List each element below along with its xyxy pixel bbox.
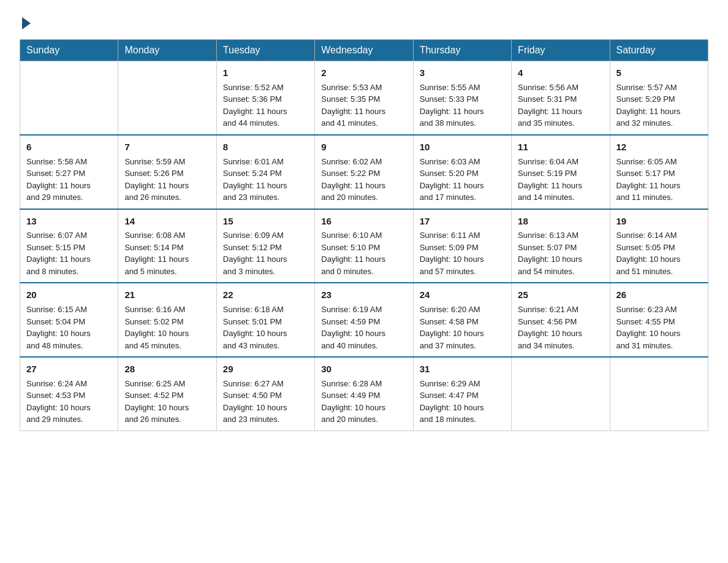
calendar-cell: 8Sunrise: 6:01 AM Sunset: 5:24 PM Daylig… xyxy=(216,135,314,209)
day-number: 3 xyxy=(420,66,505,80)
calendar-cell: 20Sunrise: 6:15 AM Sunset: 5:04 PM Dayli… xyxy=(20,283,118,357)
logo-triangle-icon xyxy=(22,17,31,29)
day-number: 14 xyxy=(124,215,210,228)
calendar-cell: 28Sunrise: 6:25 AM Sunset: 4:52 PM Dayli… xyxy=(118,357,216,431)
calendar-cell: 22Sunrise: 6:18 AM Sunset: 5:01 PM Dayli… xyxy=(216,283,314,357)
calendar-cell: 13Sunrise: 6:07 AM Sunset: 5:15 PM Dayli… xyxy=(20,209,118,283)
calendar-cell: 25Sunrise: 6:21 AM Sunset: 4:56 PM Dayli… xyxy=(512,283,610,357)
day-number: 23 xyxy=(321,288,406,302)
day-info: Sunrise: 6:16 AM Sunset: 5:02 PM Dayligh… xyxy=(124,304,210,351)
day-number: 13 xyxy=(26,215,112,228)
day-number: 11 xyxy=(518,140,603,154)
day-number: 1 xyxy=(223,66,308,80)
day-number: 8 xyxy=(223,140,308,154)
day-info: Sunrise: 5:55 AM Sunset: 5:33 PM Dayligh… xyxy=(420,82,505,129)
day-number: 31 xyxy=(420,362,505,376)
day-info: Sunrise: 6:04 AM Sunset: 5:19 PM Dayligh… xyxy=(518,156,603,204)
day-info: Sunrise: 6:28 AM Sunset: 4:49 PM Dayligh… xyxy=(321,378,406,426)
day-info: Sunrise: 6:02 AM Sunset: 5:22 PM Dayligh… xyxy=(321,156,406,204)
calendar-week-row: 6Sunrise: 5:58 AM Sunset: 5:27 PM Daylig… xyxy=(20,135,708,209)
day-number: 7 xyxy=(124,140,210,154)
calendar-cell: 19Sunrise: 6:14 AM Sunset: 5:05 PM Dayli… xyxy=(610,209,708,283)
calendar-cell: 3Sunrise: 5:55 AM Sunset: 5:33 PM Daylig… xyxy=(413,61,511,135)
calendar-cell: 17Sunrise: 6:11 AM Sunset: 5:09 PM Dayli… xyxy=(413,209,511,283)
calendar-cell: 18Sunrise: 6:13 AM Sunset: 5:07 PM Dayli… xyxy=(512,209,610,283)
calendar-cell: 31Sunrise: 6:29 AM Sunset: 4:47 PM Dayli… xyxy=(413,357,511,431)
day-number: 29 xyxy=(223,362,308,376)
day-of-week-header: Wednesday xyxy=(315,40,413,61)
day-info: Sunrise: 6:19 AM Sunset: 4:59 PM Dayligh… xyxy=(321,304,406,351)
calendar-cell: 21Sunrise: 6:16 AM Sunset: 5:02 PM Dayli… xyxy=(118,283,216,357)
day-info: Sunrise: 5:57 AM Sunset: 5:29 PM Dayligh… xyxy=(616,82,702,129)
day-number: 2 xyxy=(321,66,406,80)
day-info: Sunrise: 6:13 AM Sunset: 5:07 PM Dayligh… xyxy=(518,229,603,277)
day-number: 18 xyxy=(518,215,603,228)
calendar-table: SundayMondayTuesdayWednesdayThursdayFrid… xyxy=(20,39,708,431)
day-info: Sunrise: 6:09 AM Sunset: 5:12 PM Dayligh… xyxy=(223,229,308,277)
calendar-cell: 9Sunrise: 6:02 AM Sunset: 5:22 PM Daylig… xyxy=(315,135,413,209)
header-row: SundayMondayTuesdayWednesdayThursdayFrid… xyxy=(20,40,708,61)
day-number: 20 xyxy=(26,288,112,302)
day-info: Sunrise: 6:23 AM Sunset: 4:55 PM Dayligh… xyxy=(616,304,702,351)
calendar-cell: 4Sunrise: 5:56 AM Sunset: 5:31 PM Daylig… xyxy=(512,61,610,135)
day-number: 16 xyxy=(321,215,406,228)
day-number: 24 xyxy=(420,288,505,302)
day-info: Sunrise: 6:25 AM Sunset: 4:52 PM Dayligh… xyxy=(124,378,210,426)
calendar-week-row: 13Sunrise: 6:07 AM Sunset: 5:15 PM Dayli… xyxy=(20,209,708,283)
day-of-week-header: Sunday xyxy=(20,40,118,61)
day-of-week-header: Tuesday xyxy=(216,40,314,61)
day-number: 19 xyxy=(616,215,702,228)
calendar-week-row: 1Sunrise: 5:52 AM Sunset: 5:36 PM Daylig… xyxy=(20,61,708,135)
day-info: Sunrise: 6:08 AM Sunset: 5:14 PM Dayligh… xyxy=(124,229,210,277)
calendar-cell xyxy=(118,61,216,135)
page-header xyxy=(20,15,708,29)
day-number: 5 xyxy=(616,66,702,80)
day-info: Sunrise: 5:53 AM Sunset: 5:35 PM Dayligh… xyxy=(321,82,406,129)
calendar-cell: 7Sunrise: 5:59 AM Sunset: 5:26 PM Daylig… xyxy=(118,135,216,209)
calendar-cell: 15Sunrise: 6:09 AM Sunset: 5:12 PM Dayli… xyxy=(216,209,314,283)
day-info: Sunrise: 6:05 AM Sunset: 5:17 PM Dayligh… xyxy=(616,156,702,204)
day-of-week-header: Saturday xyxy=(610,40,708,61)
calendar-cell: 2Sunrise: 5:53 AM Sunset: 5:35 PM Daylig… xyxy=(315,61,413,135)
day-info: Sunrise: 6:14 AM Sunset: 5:05 PM Dayligh… xyxy=(616,229,702,277)
day-info: Sunrise: 6:15 AM Sunset: 5:04 PM Dayligh… xyxy=(26,304,112,351)
day-number: 28 xyxy=(124,362,210,376)
calendar-week-row: 27Sunrise: 6:24 AM Sunset: 4:53 PM Dayli… xyxy=(20,357,708,431)
calendar-cell xyxy=(20,61,118,135)
day-info: Sunrise: 6:07 AM Sunset: 5:15 PM Dayligh… xyxy=(26,229,112,277)
day-info: Sunrise: 6:11 AM Sunset: 5:09 PM Dayligh… xyxy=(420,229,505,277)
day-number: 9 xyxy=(321,140,406,154)
calendar-cell: 16Sunrise: 6:10 AM Sunset: 5:10 PM Dayli… xyxy=(315,209,413,283)
day-info: Sunrise: 6:10 AM Sunset: 5:10 PM Dayligh… xyxy=(321,229,406,277)
day-info: Sunrise: 6:27 AM Sunset: 4:50 PM Dayligh… xyxy=(223,378,308,426)
calendar-cell: 12Sunrise: 6:05 AM Sunset: 5:17 PM Dayli… xyxy=(610,135,708,209)
calendar-cell: 11Sunrise: 6:04 AM Sunset: 5:19 PM Dayli… xyxy=(512,135,610,209)
logo xyxy=(20,15,39,29)
day-info: Sunrise: 5:56 AM Sunset: 5:31 PM Dayligh… xyxy=(518,82,603,129)
day-info: Sunrise: 6:03 AM Sunset: 5:20 PM Dayligh… xyxy=(420,156,505,204)
day-number: 15 xyxy=(223,215,308,228)
day-info: Sunrise: 6:01 AM Sunset: 5:24 PM Dayligh… xyxy=(223,156,308,204)
day-info: Sunrise: 5:52 AM Sunset: 5:36 PM Dayligh… xyxy=(223,82,308,129)
day-of-week-header: Monday xyxy=(118,40,216,61)
calendar-cell: 26Sunrise: 6:23 AM Sunset: 4:55 PM Dayli… xyxy=(610,283,708,357)
day-of-week-header: Friday xyxy=(512,40,610,61)
day-info: Sunrise: 6:18 AM Sunset: 5:01 PM Dayligh… xyxy=(223,304,308,351)
day-number: 12 xyxy=(616,140,702,154)
calendar-cell: 24Sunrise: 6:20 AM Sunset: 4:58 PM Dayli… xyxy=(413,283,511,357)
calendar-cell xyxy=(512,357,610,431)
day-number: 22 xyxy=(223,288,308,302)
day-info: Sunrise: 5:59 AM Sunset: 5:26 PM Dayligh… xyxy=(124,156,210,204)
day-number: 25 xyxy=(518,288,603,302)
calendar-cell xyxy=(610,357,708,431)
calendar-cell: 29Sunrise: 6:27 AM Sunset: 4:50 PM Dayli… xyxy=(216,357,314,431)
day-number: 21 xyxy=(124,288,210,302)
day-number: 27 xyxy=(26,362,112,376)
day-info: Sunrise: 6:24 AM Sunset: 4:53 PM Dayligh… xyxy=(26,378,112,426)
calendar-cell: 23Sunrise: 6:19 AM Sunset: 4:59 PM Dayli… xyxy=(315,283,413,357)
day-info: Sunrise: 6:21 AM Sunset: 4:56 PM Dayligh… xyxy=(518,304,603,351)
calendar-cell: 27Sunrise: 6:24 AM Sunset: 4:53 PM Dayli… xyxy=(20,357,118,431)
calendar-cell: 1Sunrise: 5:52 AM Sunset: 5:36 PM Daylig… xyxy=(216,61,314,135)
day-number: 26 xyxy=(616,288,702,302)
day-number: 10 xyxy=(420,140,505,154)
